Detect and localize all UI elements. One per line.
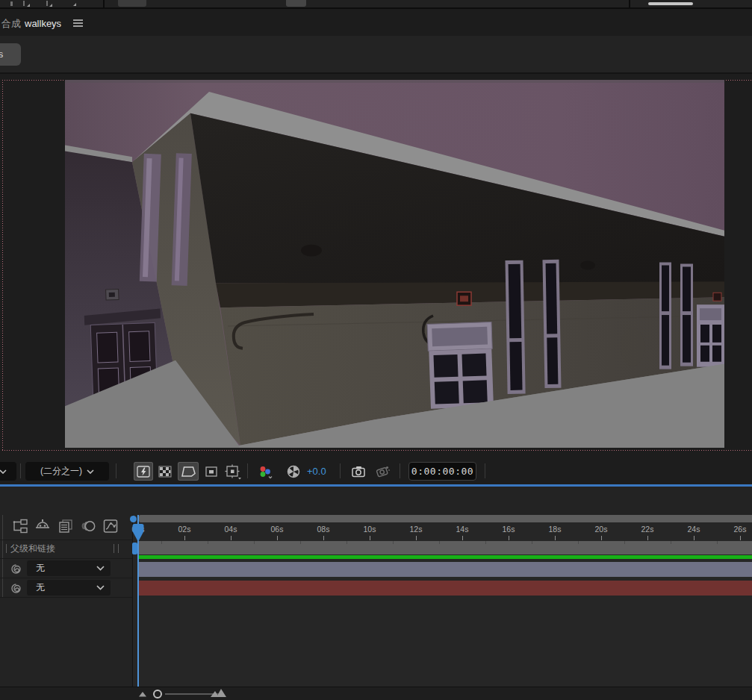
- tool-flyout-triangle-icon: [49, 4, 52, 7]
- track-bar-lavender[interactable]: [139, 562, 752, 577]
- column-resize-tick[interactable]: [114, 544, 114, 553]
- tool-flyout-triangle-icon: [73, 3, 76, 6]
- bar-tick: [254, 541, 255, 544]
- parent-pickwhip-icon[interactable]: [10, 582, 22, 595]
- frame-blending-icon: [58, 518, 74, 534]
- tool-fragment-icon: [23, 1, 25, 6]
- row-separator: [0, 578, 132, 578]
- toolbar-button-fragment: [286, 0, 306, 7]
- magnification-dropdown[interactable]: [0, 462, 16, 481]
- ruler-label: 20s: [595, 525, 608, 534]
- parent-link-column-header[interactable]: 父级和链接: [10, 542, 55, 555]
- parent-dropdown-row2[interactable]: 无: [27, 580, 111, 596]
- composition-viewer-panel: (二分之一): [0, 74, 752, 484]
- ruler-tick: [184, 536, 185, 540]
- ruler-tick: [555, 536, 556, 540]
- ruler-tick: [740, 536, 741, 540]
- bar-tick: [161, 541, 162, 544]
- panel-menu-icon[interactable]: [73, 19, 83, 28]
- timeline-bottom-bar: [0, 687, 752, 700]
- toolbar-divider: [247, 463, 248, 478]
- region-of-interest-button[interactable]: [202, 462, 220, 481]
- zoom-in-mountain-icon[interactable]: [210, 689, 228, 698]
- parent-dropdown-value: 无: [36, 562, 45, 575]
- ruler-label: 04s: [225, 525, 237, 534]
- comp-mini-flowchart-button[interactable]: [12, 518, 28, 534]
- row-separator: [0, 540, 132, 540]
- mask-visibility-icon: [179, 463, 197, 480]
- panel-gap: s: [0, 36, 752, 72]
- chevron-down-icon: [87, 469, 94, 474]
- comp-region-dashed-border-left: [2, 80, 3, 451]
- tool-fragment-icon: [10, 1, 13, 6]
- toolbar-divider: [20, 463, 21, 478]
- zoom-slider-knob[interactable]: [152, 689, 163, 699]
- bar-tick: [393, 541, 394, 544]
- column-resize-tick[interactable]: [118, 544, 119, 553]
- comp-region-dashed-border-bottom: [2, 450, 752, 451]
- tab-type-label: 合成: [1, 18, 21, 29]
- resolution-dropdown[interactable]: (二分之一): [25, 462, 109, 481]
- exposure-button[interactable]: [284, 462, 302, 481]
- ruler-tick: [277, 536, 278, 540]
- fast-previews-icon: [135, 463, 152, 480]
- parent-pickwhip-icon[interactable]: [10, 563, 22, 575]
- motion-blur-icon: [80, 518, 96, 534]
- scene-red-sign-small: [713, 293, 721, 301]
- motion-blur-button[interactable]: [80, 518, 96, 534]
- tab-composition-wallkeys[interactable]: 合成wallkeys: [1, 15, 61, 33]
- snapshot-button[interactable]: [348, 462, 368, 481]
- track-bar-gray[interactable]: [139, 541, 752, 554]
- ruler-label: 08s: [317, 525, 330, 534]
- transparency-grid-button[interactable]: [156, 462, 174, 481]
- parent-dropdown-row1[interactable]: 无: [27, 560, 111, 576]
- toolbar-divider: [629, 0, 630, 7]
- time-navigator-handle[interactable]: [132, 543, 137, 554]
- bar-tick: [439, 541, 440, 544]
- resolution-value: (二分之一): [40, 465, 82, 478]
- top-toolbar-strip: [0, 0, 752, 9]
- ruler-tick: [694, 536, 694, 540]
- grid-guides-button[interactable]: [223, 462, 243, 481]
- frame-blending-button[interactable]: [58, 518, 74, 534]
- work-area-bar[interactable]: [139, 515, 752, 522]
- left-edge-line: [2, 515, 3, 597]
- ruler-label: 26s: [734, 525, 747, 534]
- column-resize-tick[interactable]: [6, 544, 7, 553]
- ruler-label: 22s: [641, 525, 654, 534]
- ruler-label: 02s: [178, 525, 191, 534]
- composition-canvas[interactable]: [65, 80, 724, 448]
- tool-fragment-icon: [46, 1, 48, 6]
- current-time-field[interactable]: 0:00:00:00: [408, 462, 476, 481]
- bar-tick: [485, 541, 486, 544]
- graph-editor-icon: [102, 518, 119, 534]
- bar-tick: [532, 541, 532, 544]
- ruler-tick: [462, 536, 463, 540]
- ruler-tick: [601, 536, 602, 540]
- shutter-icon: [285, 463, 302, 480]
- ruler-tick: [416, 536, 417, 540]
- track-bar-green[interactable]: [139, 555, 752, 559]
- track-bar-red[interactable]: [139, 581, 752, 596]
- scene-right-door: [697, 304, 724, 366]
- tool-flyout-triangle-icon: [27, 4, 30, 7]
- show-snapshot-button[interactable]: [372, 462, 392, 481]
- fast-previews-button[interactable]: [134, 462, 153, 481]
- bar-tick: [578, 541, 579, 544]
- channels-button[interactable]: [256, 462, 276, 481]
- work-area-start-handle[interactable]: [130, 516, 137, 522]
- ruler-label: 06s: [271, 525, 284, 534]
- hide-shy-layers-button[interactable]: [34, 518, 51, 534]
- exposure-value[interactable]: +0.0: [307, 462, 326, 481]
- panel-tab-bar: 合成wallkeys: [0, 9, 752, 36]
- timeline-panel: 父级和链接 无 无 00s02s04s06s08s10s12s14s16s18s…: [0, 487, 752, 700]
- chevron-down-icon: [0, 469, 7, 474]
- zoom-out-mountain-icon[interactable]: [138, 691, 148, 697]
- camera-icon: [349, 463, 367, 480]
- rgb-channels-icon: [257, 463, 275, 480]
- ruler-tick: [231, 536, 231, 540]
- scene-red-sign: [457, 292, 471, 305]
- partial-tab-button[interactable]: s: [0, 43, 21, 66]
- mask-visibility-button[interactable]: [178, 462, 199, 481]
- graph-editor-button[interactable]: [102, 518, 119, 534]
